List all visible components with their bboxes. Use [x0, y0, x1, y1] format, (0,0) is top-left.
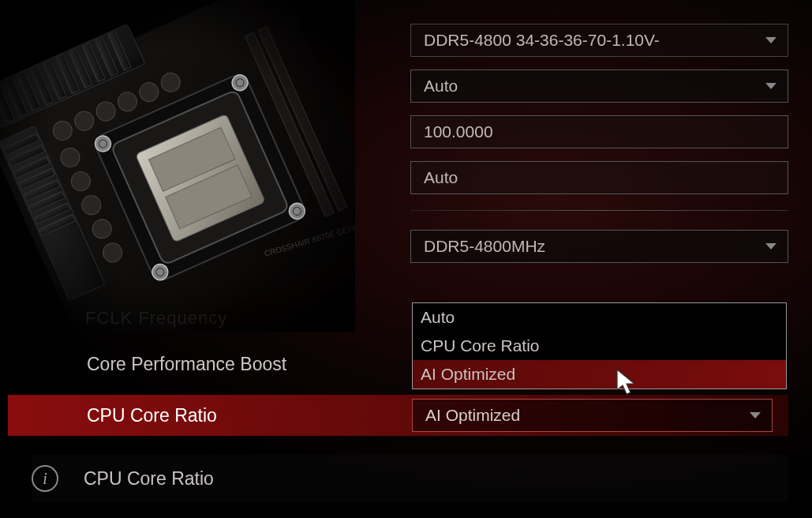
chevron-down-icon — [765, 243, 776, 250]
ghost-label: FCLK Frequency — [85, 308, 227, 328]
cpu-core-ratio-select[interactable]: AI Optimized — [412, 399, 773, 432]
core-performance-boost-label: Core Performance Boost — [87, 354, 286, 375]
memory-speed-value: DDR5-4800MHz — [424, 237, 545, 256]
dropdown-item[interactable]: AI Optimized — [413, 360, 786, 388]
cpu-core-ratio-value: AI Optimized — [425, 406, 520, 425]
mode-select[interactable]: Auto — [410, 69, 788, 103]
dropdown-item[interactable]: Auto — [413, 303, 786, 332]
cpu-core-ratio-label: CPU Core Ratio — [87, 405, 217, 426]
cpu-core-ratio-row[interactable]: CPU Core Ratio AI Optimized — [8, 395, 788, 436]
info-icon: i — [32, 465, 58, 492]
svg-rect-48 — [0, 0, 355, 332]
dropdown-item[interactable]: CPU Core Ratio — [413, 332, 786, 360]
bclk-value: 100.0000 — [424, 122, 493, 141]
divider — [410, 210, 788, 211]
memory-speed-select[interactable]: DDR5-4800MHz — [410, 230, 788, 263]
memory-profile-select[interactable]: DDR5-4800 34-36-36-70-1.10V- — [410, 24, 788, 57]
help-text: CPU Core Ratio — [84, 468, 214, 490]
bclk-mode-select[interactable]: Auto — [410, 161, 788, 194]
chevron-down-icon — [750, 412, 761, 419]
memory-profile-value: DDR5-4800 34-36-36-70-1.10V- — [424, 31, 660, 50]
bclk-mode-value: Auto — [424, 168, 458, 187]
mode-value: Auto — [424, 77, 458, 96]
chevron-down-icon — [765, 37, 776, 43]
svg-marker-49 — [617, 370, 634, 394]
help-bar: i CPU Core Ratio — [32, 455, 788, 502]
dropdown-popup: AutoCPU Core RatioAI Optimized — [412, 302, 787, 389]
motherboard-image: CROSSHAIR X670E GENE — [0, 0, 355, 332]
chevron-down-icon — [765, 83, 776, 89]
bclk-input[interactable]: 100.0000 — [410, 115, 788, 148]
cursor-icon — [616, 368, 638, 396]
settings-panel: DDR5-4800 34-36-36-70-1.10V- Auto 100.00… — [410, 24, 788, 276]
